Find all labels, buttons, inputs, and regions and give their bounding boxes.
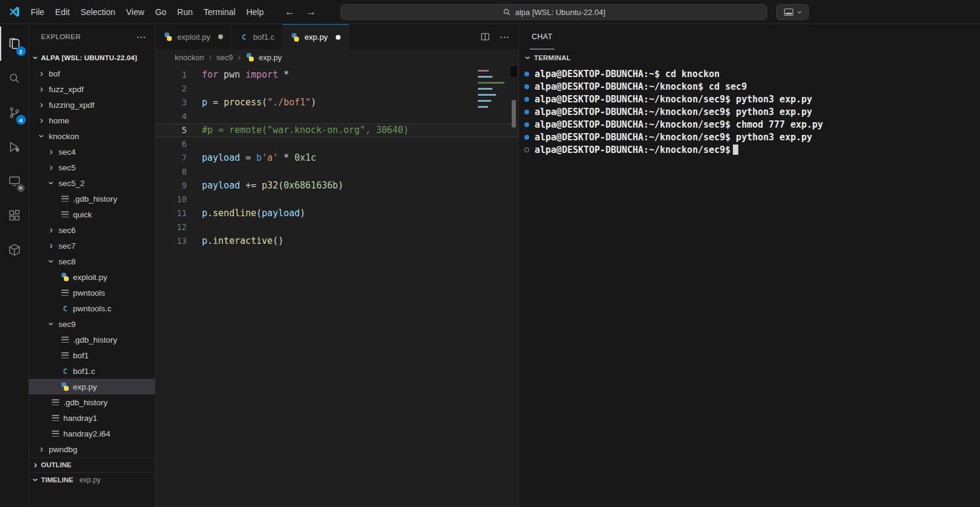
terminal[interactable]: alpa@DESKTOP-DBUNCHA:~$ cd knockon alpa@… — [519, 66, 980, 507]
more-actions-icon[interactable]: ⋯ — [136, 31, 146, 43]
chevron-right-icon — [47, 241, 55, 250]
chevron-down-icon — [31, 54, 40, 62]
chevron-down-icon — [797, 10, 802, 15]
menu-terminal[interactable]: Terminal — [198, 5, 241, 19]
tree-item-label: bof — [49, 69, 60, 78]
menu-help[interactable]: Help — [241, 5, 269, 19]
chevron-right-icon: › — [209, 52, 212, 62]
breadcrumb-exp-py[interactable]: exp.py — [245, 52, 281, 62]
tree-folder-sec6[interactable]: sec6 — [29, 222, 155, 238]
workspace-section-header[interactable]: ALPA [WSL: UBUNTU-22.04] — [29, 49, 155, 66]
tree-folder-pwndbg[interactable]: pwndbg — [29, 441, 155, 457]
tree-folder-bof[interactable]: bof — [29, 66, 155, 81]
history-navigation: ← → — [284, 7, 316, 17]
activity-bar: 2 4 ✕ — [0, 24, 29, 507]
code-line: 9 payload += p32(0x6861636b) — [155, 179, 518, 193]
tree-file-pwntools[interactable]: pwntools — [29, 285, 155, 300]
explorer-sidebar: EXPLORER ⋯ ALPA [WSL: UBUNTU-22.04] bof … — [29, 24, 155, 507]
chevron-right-icon — [31, 460, 40, 470]
menu-edit[interactable]: Edit — [50, 5, 75, 19]
menu-go[interactable]: Go — [149, 5, 172, 19]
tree-item-label: exp.py — [73, 382, 97, 391]
menu-selection[interactable]: Selection — [75, 5, 121, 19]
line-number: 2 — [155, 82, 187, 96]
terminal-section-header[interactable]: TERMINAL — [519, 49, 980, 66]
command-center-text: alpa [WSL: Ubuntu-22.04] — [515, 8, 606, 17]
more-actions-icon[interactable]: ⋯ — [500, 31, 510, 43]
code-line: 11 p.sendline(payload) — [155, 207, 518, 220]
tab-chat-active[interactable]: CHAT — [530, 24, 554, 49]
tree-folder-sec4[interactable]: sec4 — [29, 144, 155, 160]
tab-bof1-c[interactable]: bof1.c — [231, 24, 283, 49]
breadcrumb-knockon[interactable]: knockon — [175, 53, 204, 62]
command-center[interactable]: alpa [WSL: Ubuntu-22.04] — [341, 4, 767, 20]
menu-file[interactable]: File — [25, 5, 50, 19]
breadcrumb: knockon › sec9 › exp.py — [155, 49, 518, 65]
line-number: 6 — [155, 137, 187, 151]
menu-run[interactable]: Run — [172, 5, 198, 19]
tree-folder-sec5-2[interactable]: sec5_2 — [29, 175, 155, 191]
tree-item-label: .gdb_history — [73, 194, 118, 204]
tree-folder-sec9[interactable]: sec9 — [29, 316, 155, 332]
title-bar: File Edit Selection View Go Run Terminal… — [0, 0, 980, 24]
python-file-icon — [291, 33, 300, 42]
code-editor[interactable]: 1 for pwn import * 2 3 p = process("./bo… — [155, 65, 518, 507]
tree-file-gdb-history[interactable]: .gdb_history — [29, 394, 155, 410]
c-file-icon — [60, 366, 70, 376]
tree-file-exploit-py[interactable]: exploit.py — [29, 269, 155, 285]
minimap-slider[interactable] — [510, 66, 517, 76]
tree-folder-fuzzing-xpdf[interactable]: fuzzing_xpdf — [29, 97, 155, 113]
tree-file-quick[interactable]: quick — [29, 207, 155, 222]
customize-layout-button[interactable] — [776, 4, 809, 20]
c-file-icon — [60, 303, 70, 313]
menu-view[interactable]: View — [121, 5, 149, 19]
tree-folder-home[interactable]: home — [29, 113, 155, 128]
command-decoration-icon — [524, 84, 529, 89]
scrollbar-thumb[interactable] — [512, 100, 516, 128]
terminal-line: alpa@DESKTOP-DBUNCHA:~$ cd knockon — [524, 67, 980, 80]
chevron-down-icon — [46, 320, 56, 328]
tree-file-exp-py-selected[interactable]: exp.py — [29, 379, 155, 394]
tree-folder-knockon[interactable]: knockon — [29, 128, 155, 144]
remote-explorer-icon[interactable]: ✕ — [0, 164, 29, 198]
tab-exp-py-active[interactable]: exp.py — [283, 24, 348, 49]
tab-exploit-py[interactable]: exploit.py — [155, 24, 231, 49]
split-editor-icon[interactable] — [480, 32, 490, 42]
run-and-debug-icon[interactable] — [0, 129, 29, 164]
containers-icon[interactable] — [0, 232, 29, 267]
outline-label: OUTLINE — [41, 461, 71, 468]
breadcrumb-file-label: exp.py — [259, 53, 281, 62]
tree-file-gdb-history[interactable]: .gdb_history — [29, 332, 155, 347]
c-file-icon — [239, 32, 249, 42]
tree-file-bof1-c[interactable]: bof1.c — [29, 363, 155, 379]
file-icon — [51, 429, 60, 438]
extensions-icon[interactable] — [0, 198, 29, 232]
nav-forward-icon[interactable]: → — [306, 7, 316, 17]
nav-back-icon[interactable]: ← — [284, 7, 295, 17]
explorer-icon[interactable]: 2 — [0, 26, 29, 61]
sidebar-title-label: EXPLORER — [41, 33, 81, 40]
tree-item-label: knockon — [49, 132, 79, 141]
outline-section-header[interactable]: OUTLINE — [29, 457, 155, 472]
modified-dot-icon[interactable] — [218, 34, 223, 39]
modified-dot-icon[interactable] — [336, 35, 341, 40]
breadcrumb-sec9[interactable]: sec9 — [216, 53, 233, 62]
tree-folder-sec8[interactable]: sec8 — [29, 254, 155, 269]
line-number: 10 — [155, 193, 187, 207]
terminal-label: TERMINAL — [534, 54, 571, 61]
source-control-icon[interactable]: 4 — [0, 95, 29, 129]
tree-folder-sec7[interactable]: sec7 — [29, 238, 155, 254]
minimap[interactable] — [476, 67, 509, 140]
tree-folder-fuzz-xpdf[interactable]: fuzz_xpdf — [29, 81, 155, 97]
tree-file-handray2-i64[interactable]: handray2.i64 — [29, 426, 155, 441]
tree-item-label: home — [49, 116, 69, 125]
tree-file-bof1[interactable]: bof1 — [29, 347, 155, 363]
timeline-section-header[interactable]: TIMELINE exp.py — [29, 472, 155, 487]
search-view-icon[interactable] — [0, 61, 29, 95]
tree-file-handray1[interactable]: handray1 — [29, 410, 155, 426]
tree-folder-sec5[interactable]: sec5 — [29, 160, 155, 175]
tree-file-gdb-history[interactable]: .gdb_history — [29, 191, 155, 207]
line-number: 13 — [155, 234, 187, 248]
tree-item-label: handray1 — [63, 414, 97, 423]
tree-file-pwntools-c[interactable]: pwntools.c — [29, 300, 155, 316]
